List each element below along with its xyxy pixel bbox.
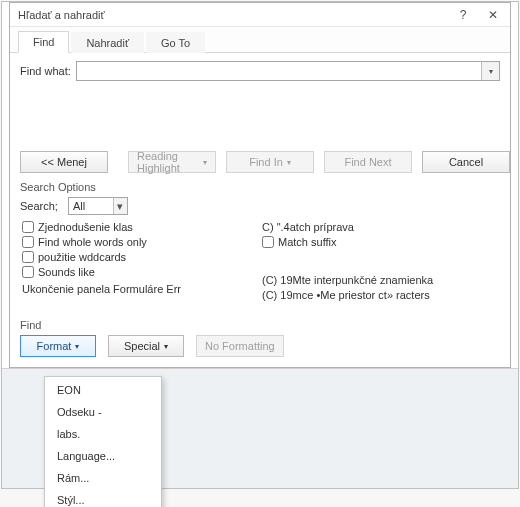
check-wildcards[interactable]: použitie wddcards [22,251,222,263]
format-dropdown-menu: EON Odseku - labs. Language... Rám... St… [44,376,162,507]
tab-replace[interactable]: Nahradiť [71,32,144,53]
check-whole-words-label: Find whole words only [38,236,147,248]
check-match-case-label: Zjednodušenie klas [38,221,133,233]
no-formatting-button[interactable]: No Formatting [196,335,284,357]
check-match-case-box[interactable] [22,221,34,233]
find-in-label: Find In [249,156,283,168]
dialog-title: Hľadať a nahradiť [18,9,448,21]
find-what-label: Find what: [20,65,76,77]
reading-highlight-button[interactable]: Reading Highlight ▾ [128,151,216,173]
close-icon: ✕ [488,8,498,22]
format-menu-paragraph[interactable]: Odseku - [45,401,161,423]
find-next-button[interactable]: Find Next [324,151,412,173]
check-match-suffix[interactable]: Match suffix [262,236,462,248]
special-button-label: Special [124,340,160,352]
special-button[interactable]: Special ▾ [108,335,184,357]
cancel-button[interactable]: Cancel [422,151,510,173]
check-match-suffix-box[interactable] [262,236,274,248]
chevron-down-icon: ▾ [489,67,493,76]
format-menu-frame[interactable]: Rám... [45,467,161,489]
search-scope-label: Search; [20,200,58,212]
format-button-label: Format [37,340,72,352]
chevron-down-icon: ▾ [164,342,168,351]
titlebar: Hľadať a nahradiť ? ✕ [10,3,510,27]
format-menu-font[interactable]: EON [45,379,161,401]
tab-goto[interactable]: Go To [146,32,205,53]
check-match-case[interactable]: Zjednodušenie klas [22,221,222,233]
search-scope-value: All [69,200,113,212]
left-extra-text: Ukončenie panela Formuláre Err [22,283,222,295]
find-section-label: Find [20,319,500,331]
find-what-input[interactable] [77,62,481,80]
match-prefix-text: C) ".4atch príprava [262,221,462,233]
check-sounds-like-label: Sounds like [38,266,95,278]
check-whole-words-box[interactable] [22,236,34,248]
check-sounds-like-box[interactable] [22,266,34,278]
search-scope-combo[interactable]: All ▾ [68,197,128,215]
format-menu-style[interactable]: Stýl... [45,489,161,507]
reading-highlight-label: Reading Highlight [137,150,199,174]
format-button[interactable]: Format ▾ [20,335,96,357]
find-in-button[interactable]: Find In ▾ [226,151,314,173]
chevron-down-icon: ▾ [75,342,79,351]
tab-find[interactable]: Find [18,31,69,53]
help-button[interactable]: ? [448,4,478,26]
search-options-label: Search Options [20,181,500,193]
close-button[interactable]: ✕ [478,4,508,26]
search-scope-dropdown[interactable]: ▾ [113,198,127,214]
format-menu-tabs[interactable]: labs. [45,423,161,445]
chevron-down-icon: ▾ [203,158,207,167]
ignore-space-text: (C) 19mce •Me priestor ct» racters [262,289,462,301]
format-menu-language[interactable]: Language... [45,445,161,467]
find-what-dropdown[interactable]: ▾ [481,62,499,80]
check-sounds-like[interactable]: Sounds like [22,266,222,278]
less-button[interactable]: << Menej [20,151,108,173]
chevron-down-icon: ▾ [113,200,127,213]
check-wildcards-label: použitie wddcards [38,251,126,263]
check-wildcards-box[interactable] [22,251,34,263]
check-whole-words[interactable]: Find whole words only [22,236,222,248]
ignore-punct-text: (C) 19Mte interpunkčné znamienka [262,274,462,286]
find-what-combo[interactable]: ▾ [76,61,500,81]
tabstrip: Find Nahradiť Go To [10,27,510,53]
chevron-down-icon: ▾ [287,158,291,167]
check-match-suffix-label: Match suffix [278,236,337,248]
